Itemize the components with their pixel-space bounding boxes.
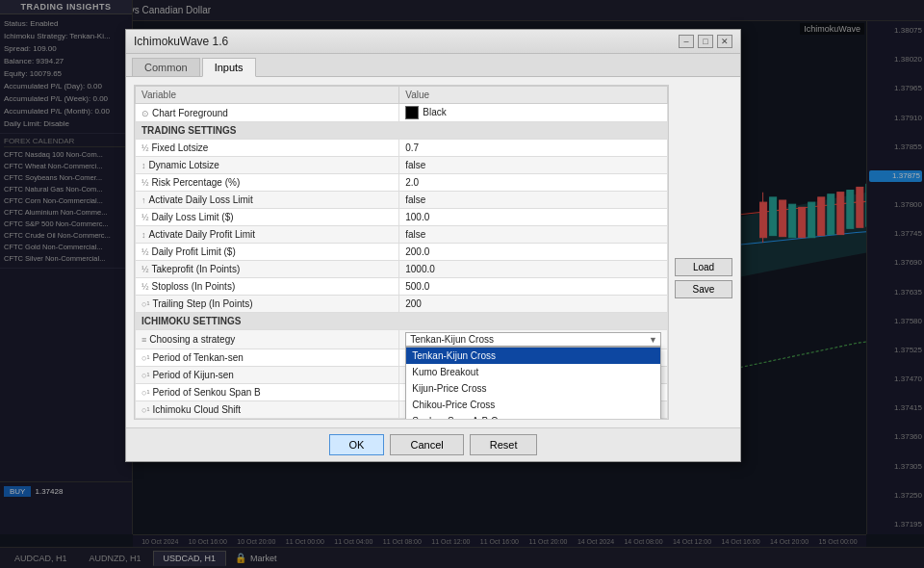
val-dynamic-lotsize[interactable]: false	[399, 157, 668, 174]
settings-table: Variable Value ⊙Chart Foreground	[135, 86, 668, 419]
dropdown-option-kumo[interactable]: Kumo Breakout	[406, 364, 660, 380]
var-daily-profit-limit: ½Daily Profit Limit ($)	[136, 244, 399, 261]
color-circle-icon: ⊙	[141, 109, 149, 118]
col-value: Value	[399, 87, 668, 104]
var-trailing-step: ○¹Trailing Step (In Points)	[136, 296, 399, 313]
val-activate-daily-loss[interactable]: false	[399, 192, 668, 209]
table-row: ½Stoploss (In Points) 500.0	[136, 278, 668, 296]
strategy-select[interactable]: Tenkan-Kijun Cross Kumo Breakout Kijun-P…	[405, 332, 661, 347]
o1-icon-2: ○¹	[141, 353, 149, 363]
val-chart-foreground[interactable]: Black	[399, 104, 668, 122]
table-row: ↕Dynamic Lotsize false	[136, 157, 668, 174]
table-row: ½Risk Percentage (%) 2.0	[136, 174, 668, 192]
table-row: ⊙Chart Foreground Black	[136, 104, 668, 122]
var-stoploss: ½Stoploss (In Points)	[136, 278, 399, 296]
var-takeprofit: ½Takeprofit (In Points)	[136, 261, 399, 278]
var-daily-loss-limit: ½Daily Loss Limit ($)	[136, 209, 399, 226]
dialog-titlebar: IchimokuWave 1.6 – □ ✕	[126, 30, 740, 54]
ichimokuwave-dialog: IchimokuWave 1.6 – □ ✕ Common Inputs Var…	[125, 29, 741, 462]
activate-icon-1: ↑	[141, 195, 146, 205]
table-row: ½Takeprofit (In Points) 1000.0	[136, 261, 668, 278]
var-fixed-lotsize: ½Fixed Lotsize	[136, 140, 399, 157]
val-activate-daily-profit[interactable]: false	[399, 226, 668, 244]
var-tenkan-period: ○¹Period of Tenkan-sen	[136, 349, 399, 367]
var-chart-foreground: ⊙Chart Foreground	[136, 104, 399, 122]
val-stoploss[interactable]: 500.0	[399, 278, 668, 296]
ok-button[interactable]: OK	[329, 434, 385, 455]
val-daily-profit-limit[interactable]: 200.0	[399, 244, 668, 261]
table-row-strategy: ≡Choosing a strategy Tenkan-Kijun Cross …	[136, 330, 668, 349]
fraction-icon-3: ½	[141, 213, 149, 222]
save-button[interactable]: Save	[675, 280, 732, 298]
minimize-button[interactable]: –	[679, 35, 694, 48]
close-button[interactable]: ✕	[717, 35, 732, 48]
dialog-controls: – □ ✕	[679, 35, 732, 48]
val-trailing-step[interactable]: 200	[399, 296, 668, 313]
table-row: ↑Activate Daily Loss Limit false	[136, 192, 668, 209]
fraction-icon-5: ½	[141, 265, 149, 274]
dialog-footer: OK Cancel Reset	[126, 427, 740, 461]
table-row: ○¹Trailing Step (In Points) 200	[136, 296, 668, 313]
settings-table-container[interactable]: Variable Value ⊙Chart Foreground	[134, 85, 669, 420]
fraction-icon-4: ½	[141, 247, 149, 257]
var-dynamic-lotsize: ↕Dynamic Lotsize	[136, 157, 399, 174]
val-risk-pct[interactable]: 2.0	[399, 174, 668, 192]
dynamic-icon-1: ↕	[141, 161, 146, 170]
dynamic-icon-2: ↕	[141, 230, 146, 240]
reset-button[interactable]: Reset	[470, 434, 538, 455]
maximize-button[interactable]: □	[698, 35, 713, 48]
var-senkou-b-period: ○¹Period of Senkou Span B	[136, 384, 399, 401]
val-strategy[interactable]: Tenkan-Kijun Cross Kumo Breakout Kijun-P…	[399, 330, 668, 349]
var-strategy: ≡Choosing a strategy	[136, 330, 399, 349]
strategy-dropdown-container[interactable]: Tenkan-Kijun Cross Kumo Breakout Kijun-P…	[405, 332, 661, 347]
o1-icon-5: ○¹	[141, 405, 149, 415]
table-row: ½Daily Profit Limit ($) 200.0	[136, 244, 668, 261]
dialog-body: Variable Value ⊙Chart Foreground	[126, 77, 740, 427]
var-activate-daily-profit: ↕Activate Daily Profit Limit	[136, 226, 399, 244]
o1-icon-3: ○¹	[141, 371, 149, 380]
load-button[interactable]: Load	[675, 258, 732, 276]
fraction-icon-2: ½	[141, 178, 149, 188]
strategy-dropdown-list[interactable]: Tenkan-Kijun Cross Kumo Breakout Kijun-P…	[405, 347, 661, 420]
tab-inputs[interactable]: Inputs	[202, 58, 256, 77]
table-row: ½Daily Loss Limit ($) 100.0	[136, 209, 668, 226]
dropdown-option-kijun[interactable]: Kijun-Price Cross	[406, 380, 660, 397]
val-takeprofit[interactable]: 1000.0	[399, 261, 668, 278]
table-row: ½Fixed Lotsize 0.7	[136, 140, 668, 157]
table-row: ↕Activate Daily Profit Limit false	[136, 226, 668, 244]
ichimoku-settings-label: ICHIMOKU SETTINGS	[136, 313, 668, 330]
ichimoku-settings-header: ICHIMOKU SETTINGS	[136, 313, 668, 330]
dropdown-option-senkou[interactable]: Senkou Span A-B Cross	[406, 413, 660, 420]
tab-common[interactable]: Common	[132, 58, 200, 76]
col-variable: Variable	[136, 87, 399, 104]
fraction-icon-1: ½	[141, 143, 149, 153]
o1-icon-4: ○¹	[141, 388, 149, 398]
dropdown-option-tenkan[interactable]: Tenkan-Kijun Cross	[406, 348, 660, 364]
lines-icon: ≡	[141, 335, 146, 345]
dialog-title: IchimokuWave 1.6	[134, 35, 228, 48]
trading-settings-header: TRADING SETTINGS	[136, 122, 668, 140]
trading-settings-label: TRADING SETTINGS	[136, 122, 668, 140]
var-risk-pct: ½Risk Percentage (%)	[136, 174, 399, 192]
fraction-icon-6: ½	[141, 282, 149, 292]
dropdown-option-chikou[interactable]: Chikou-Price Cross	[406, 397, 660, 413]
cancel-button[interactable]: Cancel	[390, 434, 463, 455]
val-fixed-lotsize[interactable]: 0.7	[399, 140, 668, 157]
var-kijun-period: ○¹Period of Kijun-sen	[136, 367, 399, 384]
var-cloud-shift: ○¹Ichimoku Cloud Shift	[136, 401, 399, 419]
var-activate-daily-loss: ↑Activate Daily Loss Limit	[136, 192, 399, 209]
color-swatch[interactable]	[405, 106, 419, 119]
val-daily-loss-limit[interactable]: 100.0	[399, 209, 668, 226]
o1-icon-1: ○¹	[141, 299, 149, 309]
dialog-tabs: Common Inputs	[126, 54, 740, 77]
